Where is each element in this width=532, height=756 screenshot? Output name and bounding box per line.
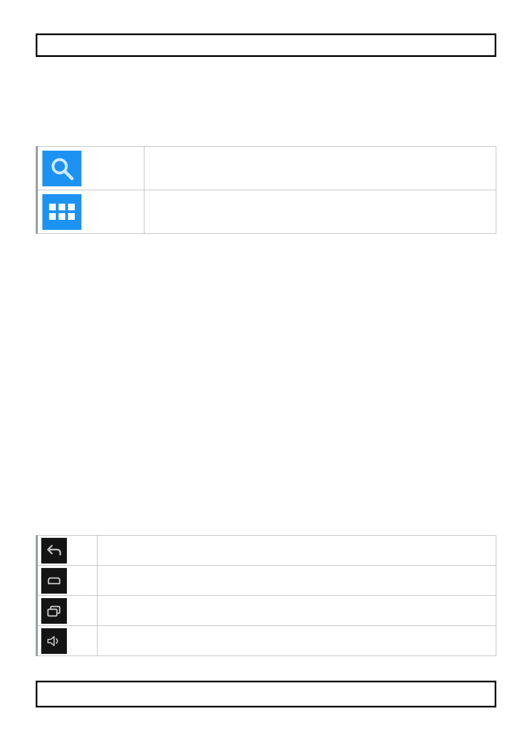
navbar-icon-cell-recent: [37, 596, 97, 626]
recent-apps-icon: [41, 598, 67, 624]
navbar-icon-cell-volume: [37, 626, 97, 656]
table-row: [37, 147, 496, 190]
home-icon: [41, 568, 67, 594]
volume-icon: [41, 628, 67, 654]
search-icon: [42, 151, 81, 186]
navbar-label-cell: [97, 626, 496, 656]
navbar-icon-cell-home: [37, 566, 97, 596]
footer-box: [36, 681, 496, 707]
navbar-label-cell: [97, 536, 496, 566]
launcher-table: [36, 146, 496, 234]
back-icon: [41, 538, 67, 564]
table-row: [37, 596, 496, 626]
launcher-icon-cell-search: [37, 147, 144, 190]
navbar-icon-cell-back: [37, 536, 97, 566]
navbar-label-cell: [97, 596, 496, 626]
launcher-icon-cell-apps: [37, 190, 144, 234]
svg-line-1: [65, 171, 72, 179]
table-row: [37, 566, 496, 596]
table-row: [37, 536, 496, 566]
table-row: [37, 626, 496, 656]
navbar-table: [36, 535, 496, 656]
navbar-label-cell: [97, 566, 496, 596]
launcher-label-cell: [144, 190, 496, 234]
apps-grid-icon: [42, 194, 81, 230]
header-box: [36, 33, 496, 57]
table-row: [37, 190, 496, 234]
launcher-label-cell: [144, 147, 496, 190]
svg-rect-3: [48, 609, 57, 616]
